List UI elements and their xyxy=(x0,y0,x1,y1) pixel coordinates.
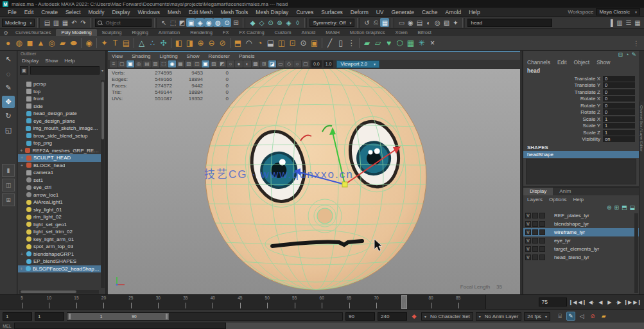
poly-sphere-icon[interactable]: ● xyxy=(3,37,13,49)
command-line-input[interactable] xyxy=(14,323,226,329)
command-feedback-icon[interactable]: ⌸ xyxy=(555,312,564,321)
mask-surfaces-icon[interactable]: ◍ xyxy=(213,18,222,27)
menu-item[interactable]: File xyxy=(4,9,21,15)
channel-attr-value[interactable]: 0 xyxy=(603,109,635,115)
outliner-item[interactable]: side xyxy=(18,103,101,111)
channel-box-menu-item[interactable]: Object xyxy=(574,59,590,66)
layout-single-pane[interactable]: ▮ xyxy=(2,164,15,177)
outliner-item[interactable]: light_set_geo1 xyxy=(18,221,101,229)
viewport-toolbar-icon[interactable]: ● xyxy=(235,60,243,67)
symmetry-dropdown[interactable]: Symmetry: Off▾ xyxy=(309,19,354,27)
outliner-item[interactable]: AiAreaLight1 xyxy=(18,199,101,206)
poly-torus-icon[interactable]: ◎ xyxy=(46,37,57,49)
menu-item[interactable]: Display xyxy=(109,9,134,15)
viewport-toolbar-icon[interactable]: ○ xyxy=(293,60,301,67)
outliner-item[interactable]: front xyxy=(18,95,101,103)
menu-item[interactable]: Arnold xyxy=(442,9,466,15)
viewport-toolbar-icon[interactable]: ▢ xyxy=(302,60,309,67)
shelf-tab[interactable]: Arnold xyxy=(296,29,320,36)
display-layer-row[interactable]: V target_elements_lyr xyxy=(523,245,639,253)
outliner-item[interactable]: top xyxy=(18,88,101,96)
viewport-toolbar-icon[interactable]: ▤ xyxy=(143,60,151,67)
channel-attr-value[interactable]: 0 xyxy=(603,76,635,82)
menu-item[interactable]: Windows xyxy=(134,9,163,15)
select-hierarchy-icon[interactable]: ↖ xyxy=(159,18,168,27)
layer-editor-menu-item[interactable]: Layers xyxy=(527,197,543,202)
light-editor-icon[interactable]: ◎ xyxy=(433,18,442,27)
outliner-item[interactable]: + SCULPT_HEAD xyxy=(18,154,101,162)
viewport-menu-item[interactable]: Shading xyxy=(132,53,150,59)
snap-points-icon[interactable]: ⋮ xyxy=(346,37,357,49)
outliner-item[interactable]: + REF2A_meshes_GRP_REF_SHAPE xyxy=(18,147,101,155)
channel-attr-value[interactable]: 0 xyxy=(603,96,635,102)
poly-cone-icon[interactable]: ▲ xyxy=(35,37,46,49)
construction-history-icon[interactable]: ▦ xyxy=(380,18,389,27)
outliner-search-box[interactable] xyxy=(30,66,100,75)
layer-playback-toggle[interactable] xyxy=(532,221,538,227)
poly-disc-icon[interactable]: ⬬ xyxy=(68,37,79,49)
channel-box-menu-item[interactable]: Show xyxy=(596,59,610,66)
menu-item[interactable]: Modify xyxy=(85,9,109,15)
shelf-tab[interactable]: Curves/Surfaces xyxy=(10,29,56,36)
select-object-icon[interactable]: ⬚ xyxy=(168,18,177,27)
outliner-item[interactable]: top_png xyxy=(18,139,101,147)
outliner-menu-item[interactable]: Display xyxy=(22,58,39,64)
poly-plane-icon[interactable]: ▰ xyxy=(57,37,68,49)
subdiv-proxy-icon[interactable]: ⬡ xyxy=(394,37,405,49)
measure-icon[interactable]: ▯ xyxy=(335,37,346,49)
channel-box-toggle-icon[interactable]: ☰ xyxy=(624,18,633,27)
exposure-field[interactable]: 0.0 xyxy=(311,60,322,67)
channel-attr-value[interactable]: 0 xyxy=(603,82,635,88)
viewport-toolbar-icon[interactable]: ▣ xyxy=(126,60,134,67)
outliner-horizontal-scrollbar[interactable] xyxy=(19,290,99,294)
ipr-render-icon[interactable]: ◉ xyxy=(406,18,415,27)
viewport-canvas[interactable]: Verts: 274595 9453 0 Edges: 549166 18894… xyxy=(108,69,520,295)
range-end-handle[interactable] xyxy=(166,314,168,319)
outliner-item[interactable]: head_design_plate xyxy=(18,110,101,118)
redo-icon[interactable]: ↷ xyxy=(78,18,87,27)
new-scene-icon[interactable]: ▤ xyxy=(42,18,51,27)
outliner-item[interactable]: + BLSGPFaceG2_headShape_cluster xyxy=(18,265,101,273)
fps-dropdown[interactable]: 24 fps▾ xyxy=(524,312,550,321)
snap-point-icon[interactable]: ⊙ xyxy=(266,18,275,27)
viewport-toolbar-icon[interactable]: ◐ xyxy=(243,60,251,67)
select-component-icon[interactable]: ◩ xyxy=(177,18,186,27)
outliner-item[interactable]: + BLOCK_head xyxy=(18,162,101,170)
outliner-item[interactable]: persp xyxy=(18,80,101,88)
paint-select-tool[interactable]: ✎ xyxy=(2,82,15,94)
viewport-toolbar-icon[interactable]: ⬚ xyxy=(160,60,168,67)
channel-box-corner-icon[interactable]: ⊟ xyxy=(618,51,623,58)
snap-curve-icon[interactable]: ◇ xyxy=(257,18,266,27)
selected-object-name[interactable]: head xyxy=(523,66,639,75)
layer-editor-menu-item[interactable]: Help xyxy=(573,197,584,202)
gear-icon[interactable]: ⚙ xyxy=(1,30,10,36)
channel-box-menu-item[interactable]: Channels xyxy=(527,59,550,66)
viewport-toolbar-icon[interactable]: ▣ xyxy=(202,60,209,67)
viewport-menu-item[interactable]: View xyxy=(112,53,123,59)
animation-end-field[interactable]: 240 xyxy=(378,312,407,321)
input-connections-icon[interactable]: ↺ xyxy=(362,18,371,27)
expand-twisty-icon[interactable]: + xyxy=(19,267,24,271)
layer-playback-toggle[interactable] xyxy=(532,229,538,235)
expand-twisty-icon[interactable]: + xyxy=(19,156,24,160)
search-box[interactable] xyxy=(95,19,152,27)
ep-curve-icon[interactable]: ╱ xyxy=(324,37,335,49)
layer-display-type-toggle[interactable] xyxy=(539,254,545,260)
layer-color-swatch[interactable] xyxy=(546,254,553,260)
make-live-icon[interactable]: ◊ xyxy=(293,18,302,27)
mask-handles-icon[interactable]: ▣ xyxy=(186,18,195,27)
animation-start-field[interactable]: 1 xyxy=(3,312,32,321)
shelf-tab[interactable]: Sculpting xyxy=(97,29,127,36)
poly-cube-icon[interactable]: ◼ xyxy=(24,37,35,49)
divider[interactable] xyxy=(81,38,82,48)
outliner-search-input[interactable] xyxy=(33,67,97,74)
boolean-intersect-icon[interactable]: ⊘ xyxy=(217,37,228,49)
display-layer-row[interactable]: V REF_plates_lyr xyxy=(523,211,639,220)
expand-twisty-icon[interactable]: + xyxy=(19,163,24,168)
shelf-tab[interactable]: FX Caching xyxy=(234,29,269,36)
shelf-tab[interactable]: Rigging xyxy=(126,29,153,36)
layout-two-pane[interactable]: ◫ xyxy=(2,179,15,191)
outliner-item[interactable]: key_light_arm_01 xyxy=(18,236,101,244)
undo-icon[interactable]: ↶ xyxy=(69,18,78,27)
layer-visibility-toggle[interactable]: V xyxy=(525,246,531,252)
